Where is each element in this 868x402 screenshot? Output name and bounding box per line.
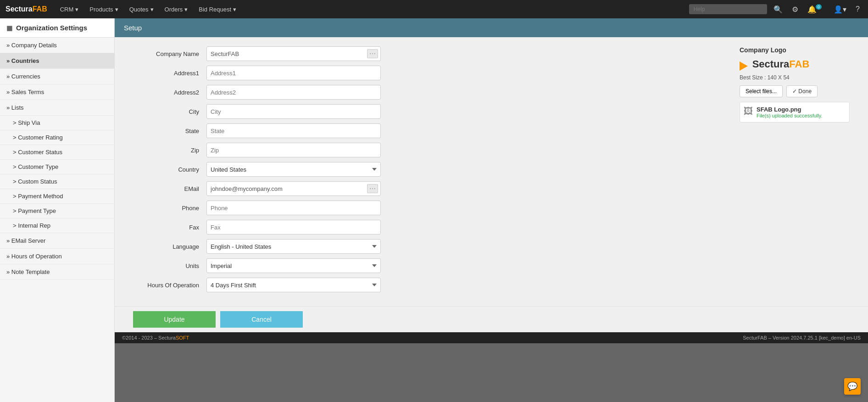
- cancel-button[interactable]: Cancel: [220, 311, 303, 328]
- hours-select[interactable]: 4 Days First Shift 5 Days 4 Days Second …: [206, 278, 381, 292]
- form-section: Company Name ⋯ Address1 Address2: [133, 46, 721, 297]
- done-button[interactable]: ✓ Done: [786, 85, 818, 97]
- zip-input[interactable]: [206, 143, 381, 157]
- fax-label: Fax: [133, 224, 206, 231]
- setup-header: Setup: [115, 18, 868, 37]
- logo-title: Company Logo: [740, 46, 850, 54]
- sidebar-item-ship-via[interactable]: > Ship Via: [0, 116, 114, 130]
- select-files-button[interactable]: Select files...: [740, 85, 783, 97]
- nav-quotes[interactable]: Quotes ▾: [124, 0, 159, 18]
- nav-crm[interactable]: CRM ▾: [55, 0, 84, 18]
- logo-fab-text: FAB: [789, 58, 809, 70]
- file-icon: 🖼: [744, 106, 753, 117]
- email-field-wrapper: ⋯: [206, 181, 381, 196]
- email-label: EMail: [133, 185, 206, 192]
- setup-panel: Setup Company Name ⋯ Address1: [115, 18, 868, 332]
- nav-bid-request[interactable]: Bid Request ▾: [193, 0, 242, 18]
- phone-label: Phone: [133, 205, 206, 212]
- sidebar-item-countries[interactable]: » Countries: [0, 53, 114, 69]
- city-input[interactable]: [206, 104, 381, 119]
- chat-button[interactable]: 💬: [844, 378, 861, 395]
- sidebar-item-currencies[interactable]: » Currencies: [0, 69, 114, 84]
- uploaded-file: 🖼 SFAB Logo.png File(s) uploaded success…: [740, 102, 850, 123]
- logo-best-size: Best Size : 140 X 54: [740, 74, 850, 81]
- country-row: Country United States Canada Mexico Unit…: [133, 162, 721, 177]
- brand-fab: FAB: [33, 5, 47, 13]
- fax-input[interactable]: [206, 220, 381, 234]
- chevron-down-icon: ▾: [75, 6, 78, 13]
- setup-body: Company Name ⋯ Address1 Address2: [115, 37, 868, 306]
- app-footer: ©2014 - 2023 – SecturaSOFT SecturFAB – V…: [115, 332, 868, 343]
- help-input[interactable]: [689, 4, 767, 14]
- company-name-field-wrapper: ⋯: [206, 46, 381, 61]
- state-input[interactable]: [206, 123, 381, 138]
- search-icon[interactable]: 🔍: [771, 5, 785, 14]
- chevron-down-icon: ▾: [115, 6, 118, 13]
- state-row: State: [133, 123, 721, 138]
- bell-icon[interactable]: 🔔 0: [805, 5, 827, 14]
- logo-section: Company Logo SecturaFAB Best Size : 140 …: [740, 46, 850, 297]
- navbar: SecturaFAB CRM ▾ Products ▾ Quotes ▾ Ord…: [0, 0, 868, 18]
- address2-row: Address2: [133, 85, 721, 100]
- language-row: Language English - United States English…: [133, 239, 721, 254]
- sidebar-item-payment-method[interactable]: > Payment Method: [0, 189, 114, 204]
- brand-logo[interactable]: SecturaFAB: [6, 5, 47, 13]
- main-content: Setup Company Name ⋯ Address1: [115, 18, 868, 402]
- zip-row: Zip: [133, 143, 721, 157]
- hours-row: Hours Of Operation 4 Days First Shift 5 …: [133, 278, 721, 292]
- sidebar-item-customer-type[interactable]: > Customer Type: [0, 160, 114, 174]
- footer-version: SecturFAB – Version 2024.7.25.1 [kec_dem…: [743, 335, 861, 341]
- sidebar-item-lists[interactable]: » Lists: [0, 100, 114, 116]
- sidebar-item-sales-terms[interactable]: » Sales Terms: [0, 84, 114, 100]
- file-name: SFAB Logo.png: [757, 106, 822, 113]
- sidebar-title: ▦ Organization Settings: [0, 18, 114, 38]
- city-row: City: [133, 104, 721, 119]
- company-name-row: Company Name ⋯: [133, 46, 721, 61]
- sidebar-item-customer-rating[interactable]: > Customer Rating: [0, 130, 114, 145]
- company-name-edit-icon[interactable]: ⋯: [367, 49, 378, 58]
- update-button[interactable]: Update: [133, 311, 216, 328]
- address1-label: Address1: [133, 70, 206, 77]
- navbar-right: 🔍 ⚙ 🔔 0 👤▾ ?: [689, 4, 862, 14]
- sidebar-item-payment-type[interactable]: > Payment Type: [0, 204, 114, 218]
- address1-input[interactable]: [206, 66, 381, 80]
- logo-arrow-icon: [740, 61, 748, 71]
- sidebar-item-internal-rep[interactable]: > Internal Rep: [0, 218, 114, 233]
- logo-upload-bar: Select files... ✓ Done: [740, 85, 850, 97]
- file-status: File(s) uploaded successfully.: [757, 113, 822, 118]
- sidebar-item-customer-status[interactable]: > Customer Status: [0, 145, 114, 160]
- footer-buttons-row: Update Cancel: [115, 306, 868, 332]
- company-name-input[interactable]: [206, 46, 381, 61]
- city-label: City: [133, 108, 206, 115]
- zip-label: Zip: [133, 147, 206, 154]
- sidebar-item-hours-operation[interactable]: » Hours of Operation: [0, 249, 114, 264]
- sidebar-item-company-details[interactable]: » Company Details: [0, 38, 114, 53]
- email-edit-icon[interactable]: ⋯: [367, 184, 378, 193]
- app-body: ▦ Organization Settings » Company Detail…: [0, 18, 868, 402]
- email-input[interactable]: [206, 181, 381, 196]
- address2-input[interactable]: [206, 85, 381, 100]
- language-select[interactable]: English - United States English - United…: [206, 239, 381, 254]
- units-row: Units Imperial Metric: [133, 258, 721, 273]
- sidebar-item-note-template[interactable]: » Note Template: [0, 264, 114, 280]
- org-icon: ▦: [6, 24, 12, 32]
- nav-products[interactable]: Products ▾: [84, 0, 123, 18]
- sidebar-item-email-server[interactable]: » EMail Server: [0, 233, 114, 249]
- sidebar: ▦ Organization Settings » Company Detail…: [0, 18, 115, 402]
- country-label: Country: [133, 166, 206, 173]
- address2-label: Address2: [133, 89, 206, 96]
- sidebar-item-custom-status[interactable]: > Custom Status: [0, 174, 114, 189]
- nav-orders[interactable]: Orders ▾: [159, 0, 194, 18]
- country-select[interactable]: United States Canada Mexico United Kingd…: [206, 162, 381, 177]
- gear-icon[interactable]: ⚙: [789, 5, 801, 14]
- hours-label: Hours Of Operation: [133, 282, 206, 289]
- address1-row: Address1: [133, 66, 721, 80]
- chevron-down-icon: ▾: [150, 6, 154, 13]
- company-name-label: Company Name: [133, 50, 206, 57]
- user-icon[interactable]: 👤▾: [831, 5, 849, 14]
- file-info: SFAB Logo.png File(s) uploaded successfu…: [757, 106, 822, 118]
- help-icon[interactable]: ?: [853, 5, 862, 13]
- state-label: State: [133, 128, 206, 134]
- phone-input[interactable]: [206, 201, 381, 215]
- units-select[interactable]: Imperial Metric: [206, 258, 381, 273]
